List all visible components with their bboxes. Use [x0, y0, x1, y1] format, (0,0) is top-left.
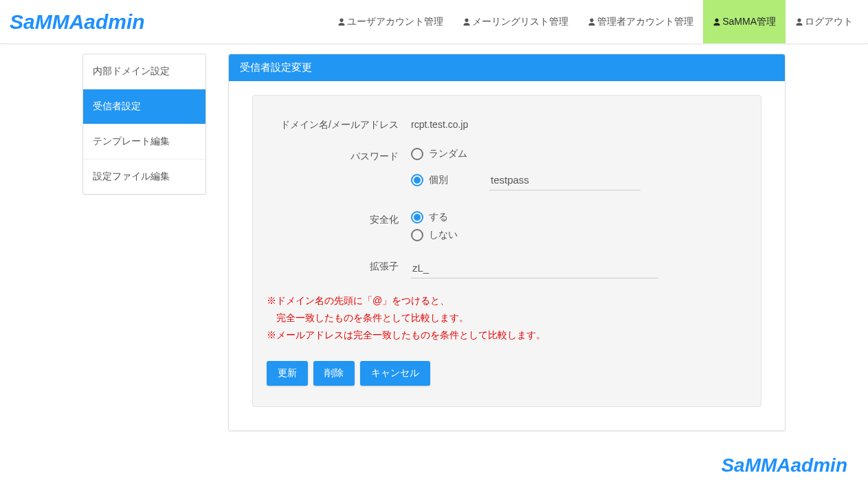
radio-icon-unchecked: [411, 229, 423, 241]
user-icon: [713, 18, 721, 26]
top-navbar: SaMMAadmin ユーザアカウント管理メーリングリスト管理管理者アカウント管…: [0, 0, 868, 44]
password-random-wrap: ランダム: [411, 148, 747, 166]
safety-wrap: する しない: [411, 211, 747, 241]
radio-icon-checked: [411, 211, 423, 223]
ext-input[interactable]: [411, 258, 658, 278]
radio-safety-no[interactable]: しない: [411, 229, 458, 241]
radio-icon-checked: [411, 174, 423, 186]
user-icon: [795, 18, 803, 26]
note-line-3: ※メールアドレスは完全一致したものを条件として比較します。: [267, 327, 747, 344]
nav-item-label: 管理者アカウント管理: [597, 16, 693, 28]
sidebar-item-3[interactable]: 設定ファイル編集: [83, 160, 205, 194]
nav-item-0[interactable]: ユーザアカウント管理: [328, 0, 453, 43]
row-password-individual: 個別: [267, 170, 747, 190]
nav-item-label: ユーザアカウント管理: [347, 16, 443, 28]
nav-item-label: SaMMA管理: [722, 16, 776, 28]
row-ext: 拡張子: [267, 258, 747, 278]
label-domain: ドメイン名/メールアドレス: [267, 116, 411, 131]
row-password-random: パスワード ランダム: [267, 148, 747, 166]
main-area: 受信者設定変更 ドメイン名/メールアドレス rcpt.test.co.jp パス…: [228, 54, 786, 431]
button-row: 更新 削除 キャンセル: [267, 361, 747, 386]
radio-safety-yes[interactable]: する: [411, 211, 448, 223]
user-icon: [337, 18, 346, 26]
radio-icon-unchecked: [411, 148, 423, 160]
value-domain-wrap: rcpt.test.co.jp: [411, 116, 747, 130]
row-domain: ドメイン名/メールアドレス rcpt.test.co.jp: [267, 116, 747, 131]
sidebar-item-label: 内部ドメイン設定: [93, 65, 170, 76]
label-password: パスワード: [267, 148, 411, 163]
update-button[interactable]: 更新: [267, 361, 308, 386]
radio-label-safety-no: しない: [429, 229, 458, 241]
panel-body: ドメイン名/メールアドレス rcpt.test.co.jp パスワード ランダム: [229, 81, 785, 430]
note-line-1: ※ドメイン名の先頭に「@」をつけると、: [267, 292, 747, 309]
sidebar-item-2[interactable]: テンプレート編集: [83, 124, 205, 160]
brand-logo: SaMMAadmin: [5, 10, 145, 34]
radio-label-individual: 個別: [429, 174, 448, 186]
nav-item-4[interactable]: ログアウト: [786, 0, 863, 43]
nav-item-3[interactable]: SaMMA管理: [703, 0, 786, 43]
nav-links: ユーザアカウント管理メーリングリスト管理管理者アカウント管理SaMMA管理ログア…: [328, 0, 863, 43]
sidebar-item-label: 設定ファイル編集: [93, 171, 170, 182]
label-ext: 拡張子: [267, 258, 411, 273]
sidebar-item-1[interactable]: 受信者設定: [83, 89, 205, 124]
label-safety: 安全化: [267, 211, 411, 226]
panel: 受信者設定変更 ドメイン名/メールアドレス rcpt.test.co.jp パス…: [228, 54, 786, 431]
note-line-2: 完全一致したものを条件として比較します。: [267, 309, 747, 327]
radio-label-safety-yes: する: [429, 211, 448, 223]
nav-item-2[interactable]: 管理者アカウント管理: [578, 0, 703, 43]
value-domain: rcpt.test.co.jp: [411, 116, 468, 130]
nav-item-1[interactable]: メーリングリスト管理: [453, 0, 578, 43]
notes: ※ドメイン名の先頭に「@」をつけると、 完全一致したものを条件として比較します。…: [267, 292, 747, 344]
radio-password-random[interactable]: ランダム: [411, 148, 467, 160]
sidebar-item-0[interactable]: 内部ドメイン設定: [83, 54, 205, 89]
form-well: ドメイン名/メールアドレス rcpt.test.co.jp パスワード ランダム: [252, 95, 761, 407]
nav-item-label: ログアウト: [805, 16, 853, 28]
ext-wrap: [411, 258, 747, 278]
sidebar-item-label: 受信者設定: [93, 100, 141, 111]
delete-button[interactable]: 削除: [313, 361, 355, 386]
sidebar: 内部ドメイン設定受信者設定テンプレート編集設定ファイル編集: [82, 54, 206, 195]
user-icon: [463, 18, 471, 26]
panel-title: 受信者設定変更: [229, 54, 785, 81]
radio-label-random: ランダム: [429, 148, 467, 160]
password-input[interactable]: [489, 170, 641, 190]
password-individual-wrap: 個別: [411, 170, 747, 190]
user-icon: [588, 18, 596, 26]
cancel-button[interactable]: キャンセル: [360, 361, 430, 386]
main-container: 内部ドメイン設定受信者設定テンプレート編集設定ファイル編集 受信者設定変更 ドメ…: [0, 44, 868, 441]
row-safety: 安全化 する しない: [267, 211, 747, 241]
footer-brand: SaMMAadmin: [0, 441, 868, 490]
sidebar-item-label: テンプレート編集: [93, 135, 170, 146]
radio-password-individual[interactable]: 個別: [411, 174, 448, 186]
nav-item-label: メーリングリスト管理: [472, 16, 568, 28]
